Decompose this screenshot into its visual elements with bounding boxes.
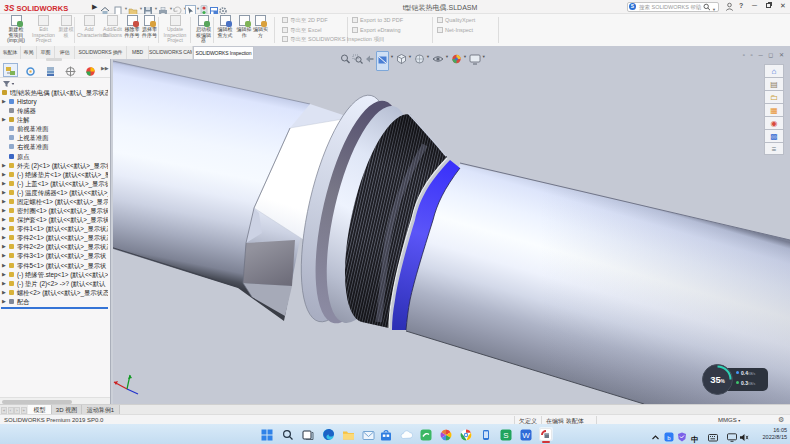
- dropdown-caret[interactable]: ▼: [482, 54, 486, 59]
- model-tab-bar: «‹›»模型3D 视图运动算例1: [0, 404, 790, 414]
- help-icon[interactable]: ?: [739, 2, 743, 9]
- tray-blue-square-app[interactable]: b: [664, 428, 674, 444]
- status-gear-icon[interactable]: ⚙: [778, 416, 784, 424]
- display-style-icon[interactable]: [414, 51, 425, 69]
- edit-appearance-icon[interactable]: [451, 51, 462, 69]
- scenes-icon[interactable]: ▩: [764, 129, 784, 142]
- model-tab-scroll-3[interactable]: »: [21, 407, 27, 414]
- document-window-controls[interactable]: ▫ ▫ ─ ◻ ✕: [743, 51, 786, 58]
- search-icon[interactable]: ▼: [703, 3, 716, 12]
- menu-expand-arrow[interactable]: ▶: [92, 3, 97, 11]
- view-orientation-icon[interactable]: [396, 51, 407, 69]
- model-tab-scroll-0[interactable]: «: [1, 407, 7, 414]
- model-tab-scroll-2[interactable]: ›: [14, 407, 20, 414]
- badge-upload-row: 0.4KB/s: [736, 370, 755, 376]
- ribbon-button-2[interactable]: 新建模板: [57, 15, 75, 45]
- ribbon-button-8[interactable]: 启动模板编辑器: [193, 15, 214, 45]
- configuration-manager-tab[interactable]: [43, 63, 58, 77]
- command-tab-7[interactable]: SOLIDWORKS Inspection: [193, 46, 254, 59]
- zoom-fit-icon[interactable]: [340, 51, 351, 69]
- dropdown-caret[interactable]: ▼: [445, 54, 449, 59]
- export-item[interactable]: Net-Inspect: [437, 27, 473, 35]
- viewport-3d[interactable]: [110, 59, 790, 404]
- home-icon[interactable]: [100, 2, 111, 13]
- tree-item-icon: [9, 281, 14, 286]
- export-item[interactable]: 导出至 2D PDF: [282, 17, 328, 25]
- featuremanager-tree-tab[interactable]: [3, 63, 18, 77]
- tray-chevron-up[interactable]: [651, 428, 660, 444]
- tray-ime-zh[interactable]: 中: [691, 428, 699, 444]
- previous-view-icon[interactable]: [364, 51, 375, 69]
- property-manager-tab[interactable]: [23, 63, 38, 77]
- export-item[interactable]: Export to 3D PDF: [352, 17, 403, 25]
- dropdown-caret[interactable]: ▼: [390, 54, 394, 59]
- ribbon-button-6[interactable]: 选择零件序号: [141, 15, 158, 45]
- export-item[interactable]: QualityXpert: [437, 17, 475, 25]
- export-item[interactable]: Export eDrawing: [352, 27, 401, 35]
- rollback-bar[interactable]: [1, 307, 108, 309]
- tree-item-icon: [9, 144, 14, 149]
- tray-shield-app[interactable]: [677, 428, 687, 444]
- tray-ime-keyboard[interactable]: [708, 428, 718, 444]
- export-item[interactable]: 导出至 Excel: [282, 27, 321, 35]
- command-tab-1[interactable]: 布局: [21, 46, 37, 59]
- save-icon[interactable]: [143, 2, 154, 13]
- panel-splitter[interactable]: [110, 59, 113, 404]
- ribbon-button-1[interactable]: EditInspectionProject: [31, 15, 56, 45]
- network-speed-badge[interactable]: 35% 0.4KB/s 0.3KB/s: [702, 364, 768, 395]
- select-icon[interactable]: [185, 2, 196, 13]
- clock-date: 2022/8/15: [745, 434, 787, 441]
- title-bar: 3S SOLIDWORKS ▶ ▼▼▼▼▼▼ t型铠装热电偶.SLDASM 搜索…: [0, 0, 790, 14]
- command-tab-0[interactable]: 装配体: [0, 46, 21, 59]
- command-tab-6[interactable]: SOLIDWORKS CAM: [149, 46, 193, 59]
- command-tab-4[interactable]: SOLIDWORKS 插件: [75, 46, 127, 59]
- dimxpert-manager-tab[interactable]: [63, 63, 78, 77]
- minimize-button[interactable]: ─: [752, 2, 757, 9]
- user-icon[interactable]: [725, 2, 734, 12]
- tray-monitor[interactable]: [727, 428, 737, 444]
- custom-properties-icon[interactable]: ≡: [764, 142, 784, 155]
- design-library-icon[interactable]: ▤: [764, 77, 784, 90]
- taskbar-clock[interactable]: 16:052022/8/15: [745, 427, 787, 441]
- section-view-icon[interactable]: [376, 51, 389, 71]
- dropdown-caret[interactable]: ▼: [463, 54, 467, 59]
- ribbon-button-9[interactable]: 编辑检查方式: [216, 15, 234, 45]
- new-document-icon[interactable]: [113, 2, 124, 13]
- ribbon-button-4[interactable]: Add/EditBalloons: [102, 15, 123, 45]
- dropdown-caret[interactable]: ▼: [426, 54, 430, 59]
- ribbon-button-0[interactable]: 新建检查项目(imp;间): [2, 15, 30, 45]
- taskbar: SW b中 16:052022/8/15: [0, 424, 790, 444]
- ribbon-button-11[interactable]: 编辑实方: [252, 15, 269, 45]
- dropdown-caret[interactable]: ▼: [408, 54, 412, 59]
- resources-home-icon[interactable]: ⌂: [764, 64, 784, 77]
- appearances-icon[interactable]: ◉: [764, 116, 784, 129]
- tree-item-icon: [9, 181, 14, 186]
- hide-show-items-icon[interactable]: [432, 51, 444, 69]
- undo-icon[interactable]: [172, 2, 183, 13]
- open-icon[interactable]: [128, 2, 139, 13]
- print-icon[interactable]: [158, 2, 169, 13]
- restore-button[interactable]: [766, 2, 771, 9]
- panel-grip[interactable]: [46, 58, 62, 61]
- ribbon-button-5[interactable]: 移除零件序号: [124, 15, 140, 45]
- file-explorer-icon[interactable]: 🗀: [764, 90, 784, 103]
- close-button[interactable]: ✕: [780, 2, 786, 10]
- zoom-area-icon[interactable]: [352, 51, 363, 69]
- ribbon-button-10[interactable]: 编辑操作: [236, 15, 252, 45]
- ribbon-button-7[interactable]: UpdateInspectionProject: [160, 15, 190, 45]
- gear-icon[interactable]: [218, 2, 229, 13]
- display-manager-tab[interactable]: [83, 63, 98, 77]
- model-tab-scroll-1[interactable]: ‹: [8, 407, 14, 414]
- feature-tree: t型铠装热电偶 (默认<默认_显示状态-1▶History传感器▶注解前视基准面…: [0, 87, 108, 377]
- tree-hscrollbar[interactable]: [0, 397, 110, 404]
- ribbon-button-3[interactable]: AddCharacteristic: [77, 15, 101, 45]
- tree-item-icon: [9, 299, 14, 304]
- command-tab-5[interactable]: MBD: [127, 46, 149, 59]
- status-units[interactable]: MMGS ▾: [718, 417, 740, 423]
- view-settings-icon[interactable]: [469, 51, 481, 69]
- panel-tabs-more-icon[interactable]: ▶▶: [101, 65, 109, 71]
- view-palette-icon[interactable]: ▦: [764, 103, 784, 116]
- document-titlebar-strip: [253, 46, 790, 59]
- export-item[interactable]: 导出至 SOLIDWORKS Inspection 项目: [282, 36, 384, 44]
- clock-time: 16:05: [745, 427, 787, 434]
